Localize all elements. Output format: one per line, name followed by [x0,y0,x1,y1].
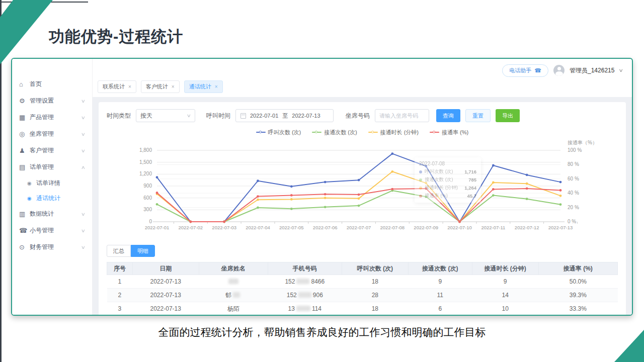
sidebar-item-小号管理[interactable]: ☎小号管理∨ [12,222,92,239]
data-point[interactable] [324,197,327,199]
search-button[interactable]: 查询 [436,109,460,122]
data-point[interactable] [492,188,495,191]
close-icon[interactable]: × [128,84,131,89]
svg-text:0 %: 0 % [568,219,576,224]
phone-assistant-button[interactable]: 电话助手 ☎ [502,64,548,77]
svg-text:900: 900 [143,183,152,189]
app-window: ⌂首页⚙管理设置∨▦产品管理∨◎坐席管理∨♟客户管理∨▤话单管理∧◉话单详情◉通… [11,58,633,316]
data-point[interactable] [526,174,528,176]
legend-marker [368,132,378,133]
tab-联系统计[interactable]: 联系统计× [98,80,136,93]
data-point[interactable] [559,181,562,184]
summary-toggle-button[interactable]: 汇总 [107,245,131,257]
time-type-value: 按天 [140,112,152,120]
data-point[interactable] [290,185,293,188]
sidebar-subitem-话单详情[interactable]: ◉话单详情 [12,175,92,191]
data-point[interactable] [257,179,259,182]
sidebar-item-财务管理[interactable]: ⊙财务管理∨ [12,239,92,255]
svg-text:2022-07-12: 2022-07-12 [515,225,539,230]
cell-rate: 33.3% [538,302,617,315]
chevron-down-icon[interactable]: ∨ [619,68,624,73]
chevron-down-icon: ∨ [81,99,86,104]
line-chart[interactable]: 0 %20 %40 %60 %80 %100 %03006009001,2001… [107,138,618,240]
username[interactable]: 管理员_1426215 [570,66,614,75]
data-point[interactable] [492,194,495,197]
detail-toggle-button[interactable]: 明细 [131,245,155,257]
data-point[interactable] [425,182,427,185]
table-row: 12022-07-131528466189950.0% [107,275,618,289]
data-point[interactable] [358,194,360,196]
data-point[interactable] [223,221,225,223]
svg-text:80 %: 80 % [568,161,579,167]
export-button[interactable]: 导出 [496,109,520,122]
reset-button[interactable]: 重置 [465,109,491,122]
legend-marker-dot [371,131,374,133]
svg-text:2022-07-10: 2022-07-10 [447,225,472,230]
data-point[interactable] [257,195,259,198]
data-point[interactable] [189,221,192,223]
sidebar: ⌂首页⚙管理设置∨▦产品管理∨◎坐席管理∨♟客户管理∨▤话单管理∧◉话单详情◉通… [12,59,93,315]
legend-item-接通率 (%)[interactable]: 接通率 (%) [430,129,468,136]
svg-text:1,800: 1,800 [139,147,152,153]
date-range-picker[interactable]: 2022-07-01 至 2022-07-13 [235,109,334,122]
data-point[interactable] [290,208,293,210]
sidebar-item-首页[interactable]: ⌂首页 [12,76,92,93]
sidebar-item-产品管理[interactable]: ▦产品管理∨ [12,109,92,126]
data-point[interactable] [492,164,495,167]
sidebar-item-客户管理[interactable]: ♟客户管理∨ [12,142,92,159]
sidebar-subitem-通话统计[interactable]: ◉通话统计 [12,191,92,206]
data-point[interactable] [156,192,158,194]
tabs-bar: 联系统计×客户统计×通话统计× [93,78,632,97]
data-point[interactable] [526,183,528,185]
data-point[interactable] [156,203,158,206]
svg-text:2022-07-11: 2022-07-11 [481,225,505,230]
data-point[interactable] [324,206,327,208]
sidebar-item-label: 财务管理 [30,243,54,251]
data-point[interactable] [156,176,158,178]
data-point[interactable] [358,205,360,207]
data-point[interactable] [257,199,259,201]
data-point[interactable] [492,182,495,184]
tab-客户统计[interactable]: 客户统计× [141,80,180,93]
chevron-down-icon: ∨ [81,228,86,233]
data-point[interactable] [559,189,562,192]
cell-agent-name: 杨陌 [199,302,268,315]
sidebar-item-label: 小号管理 [30,226,54,235]
data-point[interactable] [425,188,427,190]
time-type-select[interactable]: 按天 ∨ [136,109,195,122]
close-icon[interactable]: × [215,84,218,89]
chart-block: 呼叫次数 (次)接通次数 (次)接通时长 (分钟)接通率 (%) 0 %20 %… [107,128,618,240]
tab-通话统计[interactable]: 通话统计× [184,80,223,93]
redaction-blur [296,279,309,284]
data-point[interactable] [458,221,461,223]
data-point[interactable] [425,165,427,167]
svg-text:60 %: 60 % [568,176,579,182]
data-point[interactable] [257,207,259,209]
svg-text:0: 0 [149,219,152,224]
sidebar-item-数据统计[interactable]: ▥数据统计∨ [12,206,92,222]
data-point[interactable] [358,179,360,182]
sidebar-item-坐席管理[interactable]: ◎坐席管理∨ [12,126,92,142]
data-point[interactable] [324,181,327,184]
close-icon[interactable]: × [172,84,175,89]
data-point[interactable] [324,193,327,196]
sidebar-item-话单管理[interactable]: ▤话单管理∧ [12,159,92,175]
data-point[interactable] [391,152,393,155]
data-point[interactable] [526,198,528,200]
data-point[interactable] [290,198,293,201]
data-point[interactable] [425,196,427,198]
legend-item-接通时长 (分钟)[interactable]: 接通时长 (分钟) [368,129,419,136]
data-point[interactable] [391,188,393,191]
sidebar-item-管理设置[interactable]: ⚙管理设置∨ [12,93,92,109]
legend-item-呼叫次数 (次)[interactable]: 呼叫次数 (次) [256,129,301,136]
legend-item-接通次数 (次)[interactable]: 接通次数 (次) [312,129,357,136]
data-point[interactable] [391,170,393,173]
data-point[interactable] [290,194,293,197]
data-point[interactable] [358,197,360,200]
data-point[interactable] [559,195,562,197]
chart-legend: 呼叫次数 (次)接通次数 (次)接通时长 (分钟)接通率 (%) [107,128,618,136]
data-point[interactable] [559,203,562,206]
avatar[interactable] [553,65,565,76]
data-point[interactable] [526,188,528,190]
agent-number-input[interactable] [375,109,429,122]
